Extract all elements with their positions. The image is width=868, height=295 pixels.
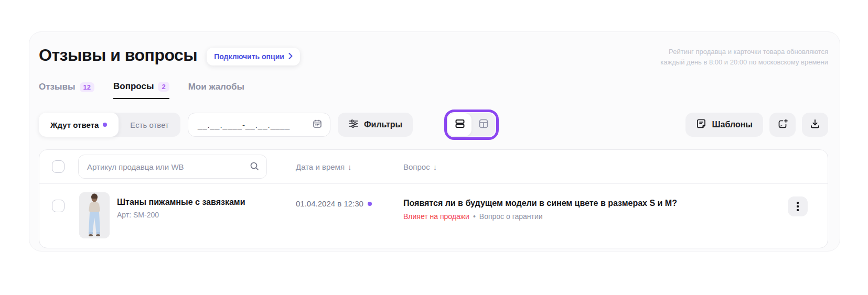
column-datetime-label: Дата и время <box>296 162 345 171</box>
templates-icon <box>696 118 706 131</box>
filters-button-label: Фильтры <box>364 120 402 129</box>
table-view-icon <box>478 118 489 132</box>
tab-reviews[interactable]: Отзывы 12 <box>39 81 94 99</box>
tab-questions[interactable]: Вопросы 2 <box>113 81 169 99</box>
templates-button[interactable]: Шаблоны <box>685 113 763 137</box>
table-header-row: Дата и время ↓ Вопрос ↓ <box>39 150 828 183</box>
view-mode-toggle <box>448 113 495 136</box>
status-filter-awaiting-answer[interactable]: Ждут ответа <box>39 113 119 137</box>
toolbar-right-cluster: Шаблоны <box>685 113 828 137</box>
view-mode-table-button[interactable] <box>471 113 495 136</box>
question-category-tag: Вопрос о гарантии <box>479 212 543 221</box>
page-title: Отзывы и вопросы <box>39 46 197 65</box>
select-all-checkbox[interactable] <box>52 160 65 173</box>
column-header-question[interactable]: Вопрос ↓ <box>403 162 788 171</box>
column-header-datetime[interactable]: Дата и время ↓ <box>296 162 403 171</box>
tab-reviews-badge: 12 <box>80 82 94 92</box>
view-mode-rows-button[interactable] <box>448 113 471 136</box>
column-question-label: Вопрос <box>403 162 430 171</box>
product-article: Арт: SM-200 <box>117 211 245 219</box>
create-note-button[interactable] <box>769 113 796 137</box>
article-search <box>78 155 267 179</box>
tab-my-complaints[interactable]: Мои жалобы <box>188 81 244 99</box>
product-cell: Штаны пижамные с завязками Арт: SM-200 <box>78 192 296 238</box>
product-image[interactable] <box>79 192 110 238</box>
filters-icon <box>348 118 359 131</box>
date-range-mask: __.__.____-__.__.____ <box>198 121 312 129</box>
status-awaiting-label: Ждут ответа <box>50 121 99 129</box>
question-text: Появятся ли в будущем модели в синем цве… <box>403 199 777 208</box>
tag-separator: • <box>473 212 476 221</box>
tab-questions-label: Вопросы <box>113 81 154 92</box>
search-icon <box>249 161 260 173</box>
table-row[interactable]: Штаны пижамные с завязками Арт: SM-200 0… <box>39 184 828 248</box>
row-actions-cell <box>788 192 828 216</box>
datetime-cell: 01.04.2024 в 12:30 <box>296 192 403 208</box>
row-checkbox[interactable] <box>52 200 65 212</box>
toolbar: Ждут ответа Есть ответ __.__.____-__.__.… <box>39 110 828 140</box>
rating-update-notice-line2: каждый день в 8:00 и 20:00 по московском… <box>660 57 828 68</box>
unread-dot <box>103 123 107 127</box>
download-icon <box>810 118 820 131</box>
questions-table: Дата и время ↓ Вопрос ↓ <box>39 149 828 248</box>
rows-view-icon <box>454 118 466 132</box>
article-search-input[interactable] <box>78 155 267 179</box>
question-datetime: 01.04.2024 в 12:30 <box>296 199 363 208</box>
tab-reviews-label: Отзывы <box>39 82 76 92</box>
templates-button-label: Шаблоны <box>712 120 753 129</box>
page-header: Отзывы и вопросы Подключить опции Рейтин… <box>39 46 828 68</box>
row-checkbox-cell <box>39 192 78 212</box>
sort-descending-icon: ↓ <box>433 162 437 171</box>
chevron-right-icon <box>288 52 293 61</box>
calendar-icon <box>312 118 323 131</box>
product-info: Штаны пижамные с завязками Арт: SM-200 <box>117 192 245 238</box>
status-filter-segmented: Ждут ответа Есть ответ <box>39 113 180 137</box>
header-checkbox-cell <box>39 160 78 173</box>
status-answered-label: Есть ответ <box>130 121 169 129</box>
rating-update-notice-line1: Рейтинг продавца и карточки товара обнов… <box>660 47 828 57</box>
sort-descending-icon: ↓ <box>348 162 352 171</box>
status-filter-answered[interactable]: Есть ответ <box>119 113 180 137</box>
question-cell: Появятся ли в будущем модели в синем цве… <box>403 192 788 221</box>
impact-on-sales-tag: Влияет на продажи <box>403 212 469 221</box>
rating-update-notice: Рейтинг продавца и карточки товара обнов… <box>660 46 828 68</box>
tab-bar: Отзывы 12 Вопросы 2 Мои жалобы <box>39 81 828 99</box>
tab-my-complaints-label: Мои жалобы <box>188 82 244 92</box>
date-range-input[interactable]: __.__.____-__.__.____ <box>188 113 330 137</box>
tab-questions-badge: 2 <box>158 82 169 92</box>
reviews-questions-panel: Отзывы и вопросы Подключить опции Рейтин… <box>29 31 840 252</box>
question-tags: Влияет на продажи • Вопрос о гарантии <box>403 212 777 221</box>
product-title: Штаны пижамные с завязками <box>117 198 245 207</box>
row-menu-button[interactable] <box>788 196 808 216</box>
unread-dot <box>368 202 372 206</box>
kebab-menu-icon <box>797 202 799 211</box>
connect-options-button[interactable]: Подключить опции <box>207 48 300 65</box>
connect-options-label: Подключить опции <box>214 52 284 61</box>
add-note-icon <box>777 118 788 132</box>
download-button[interactable] <box>802 113 828 137</box>
filters-button[interactable]: Фильтры <box>338 113 413 137</box>
view-toggle-highlight-ring <box>444 110 499 140</box>
